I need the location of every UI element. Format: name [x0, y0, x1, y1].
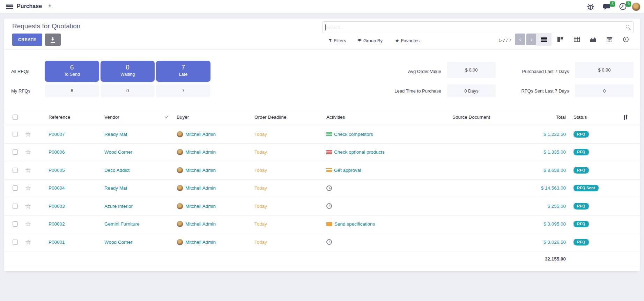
activity-icon[interactable] — [326, 239, 332, 245]
table-row[interactable]: ☆ P00002 Gemini Furniture Mitchell Admin… — [4, 215, 640, 234]
search-input[interactable] — [326, 22, 619, 33]
buyer-link[interactable]: Mitchell Admin — [185, 149, 216, 155]
favorites-button[interactable]: ★ Favorites — [395, 37, 420, 44]
app-name[interactable]: Purchase — [17, 3, 42, 9]
reference-link[interactable]: P00006 — [49, 149, 65, 155]
row-checkbox[interactable] — [13, 240, 18, 245]
messages-badge: 5 — [610, 1, 615, 7]
reference-link[interactable]: P00005 — [49, 168, 65, 173]
table-row[interactable]: ☆ P00003 Azure Interior Mitchell Admin T… — [4, 197, 640, 215]
view-list-button[interactable] — [536, 33, 552, 46]
vendor-link[interactable]: Deco Addict — [104, 168, 129, 173]
header-activities[interactable]: Activities — [322, 109, 448, 125]
header-total[interactable]: Total — [510, 109, 566, 125]
row-checkbox[interactable] — [13, 149, 18, 155]
row-checkbox[interactable] — [13, 221, 18, 227]
header-order-deadline[interactable]: Order Deadline — [250, 109, 322, 125]
view-pivot-button[interactable] — [569, 33, 584, 46]
header-source-document[interactable]: Source Document — [448, 109, 510, 125]
select-all-checkbox[interactable] — [13, 115, 18, 120]
star-outline-icon[interactable]: ☆ — [25, 149, 31, 155]
reference-link[interactable]: P00002 — [49, 221, 65, 227]
vendor-link[interactable]: Wood Corner — [104, 240, 132, 245]
buyer-link[interactable]: Mitchell Admin — [185, 221, 216, 227]
filter-my-rfqs[interactable]: My RFQs — [11, 88, 30, 94]
star-outline-icon[interactable]: ☆ — [25, 131, 31, 138]
export-button[interactable] — [45, 34, 61, 46]
header-buyer[interactable]: Buyer — [172, 109, 250, 125]
header-reference[interactable]: Reference — [40, 109, 100, 125]
tile-waiting[interactable]: 0 Waiting — [101, 61, 155, 82]
metric-purchased-7d-label: Purchased Last 7 Days — [522, 69, 569, 74]
reference-link[interactable]: P00004 — [49, 185, 65, 191]
prev-page-button[interactable]: ‹ — [515, 34, 525, 45]
header-status[interactable]: Status — [566, 109, 611, 125]
vendor-link[interactable]: Gemini Furniture — [104, 221, 140, 227]
activity-label[interactable]: Check competitors — [334, 132, 373, 137]
activity-label[interactable]: Get approval — [334, 168, 361, 173]
pager-range: 1-7 / 7 — [498, 38, 511, 43]
buyer-link[interactable]: Mitchell Admin — [185, 168, 216, 173]
activity-label[interactable]: Send specifications — [334, 221, 375, 227]
activity-icon[interactable] — [326, 132, 332, 136]
star-outline-icon[interactable]: ☆ — [25, 203, 31, 210]
reference-link[interactable]: P00003 — [49, 204, 65, 209]
buyer-link[interactable]: Mitchell Admin — [185, 132, 216, 137]
vendor-link[interactable]: Ready Mat — [104, 185, 127, 191]
group-by-button[interactable]: Group By — [357, 37, 383, 44]
funnel-icon — [328, 39, 332, 42]
filters-button[interactable]: Filters — [328, 37, 346, 44]
view-activity-button[interactable] — [618, 33, 634, 46]
star-outline-icon[interactable]: ☆ — [25, 185, 31, 191]
new-tab-button[interactable]: + — [48, 2, 52, 9]
star-outline-icon[interactable]: ☆ — [25, 239, 31, 245]
reference-link[interactable]: P00001 — [49, 240, 65, 245]
buyer-link[interactable]: Mitchell Admin — [185, 185, 216, 191]
activity-icon[interactable] — [326, 185, 332, 191]
vendor-link[interactable]: Ready Mat — [104, 132, 127, 137]
buyer-link[interactable]: Mitchell Admin — [185, 240, 216, 245]
buyer-avatar — [177, 185, 183, 191]
row-checkbox[interactable] — [13, 204, 18, 209]
header-vendor[interactable]: Vendor — [100, 109, 172, 125]
tile-my-to-send[interactable]: 6 — [45, 84, 99, 97]
row-checkbox[interactable] — [13, 185, 18, 191]
messages-icon[interactable]: 5 — [603, 2, 612, 12]
search-icon[interactable] — [626, 25, 629, 28]
apps-menu-icon[interactable] — [6, 5, 13, 9]
user-avatar[interactable] — [632, 2, 641, 11]
table-row[interactable]: ☆ P00006 Wood Corner Mitchell Admin Toda… — [4, 144, 640, 162]
activity-label[interactable]: Check optional products — [334, 149, 385, 155]
activity-icon[interactable] — [326, 222, 332, 226]
row-checkbox[interactable] — [13, 168, 18, 173]
star-outline-icon[interactable]: ☆ — [25, 221, 31, 227]
tile-late[interactable]: 7 Late — [156, 61, 210, 82]
activity-icon[interactable] — [326, 203, 332, 209]
view-calendar-button[interactable] — [602, 33, 617, 46]
buyer-link[interactable]: Mitchell Admin — [185, 204, 216, 209]
vendor-link[interactable]: Wood Corner — [104, 149, 132, 155]
view-graph-button[interactable] — [585, 33, 601, 46]
activity-icon[interactable] — [326, 168, 332, 172]
tile-my-waiting[interactable]: 0 — [101, 84, 155, 97]
table-row[interactable]: ☆ P00007 Ready Mat Mitchell Admin Today … — [4, 125, 640, 144]
tile-to-send[interactable]: 6 To Send — [45, 61, 99, 82]
column-adjust-icon[interactable] — [623, 115, 628, 120]
view-kanban-button[interactable] — [553, 33, 568, 46]
vendor-link[interactable]: Azure Interior — [104, 204, 133, 209]
table-row[interactable]: ☆ P00001 Wood Corner Mitchell Admin Toda… — [4, 233, 640, 251]
activity-icon[interactable] — [326, 150, 332, 154]
row-checkbox[interactable] — [13, 132, 18, 137]
layers-icon — [357, 39, 362, 43]
filter-all-rfqs[interactable]: All RFQs — [11, 69, 29, 74]
next-page-button[interactable]: › — [526, 34, 537, 45]
debug-bug-icon[interactable] — [587, 2, 596, 12]
reference-link[interactable]: P00007 — [49, 132, 65, 137]
table-row[interactable]: ☆ P00004 Ready Mat Mitchell Admin Today … — [4, 179, 640, 198]
source-document — [448, 125, 510, 143]
star-outline-icon[interactable]: ☆ — [25, 167, 31, 174]
tile-my-late[interactable]: 7 — [156, 84, 210, 97]
table-row[interactable]: ☆ P00005 Deco Addict Mitchell Admin Toda… — [4, 161, 640, 179]
activities-clock-icon[interactable]: 9 — [619, 2, 628, 12]
create-button[interactable]: CREATE — [12, 34, 42, 46]
